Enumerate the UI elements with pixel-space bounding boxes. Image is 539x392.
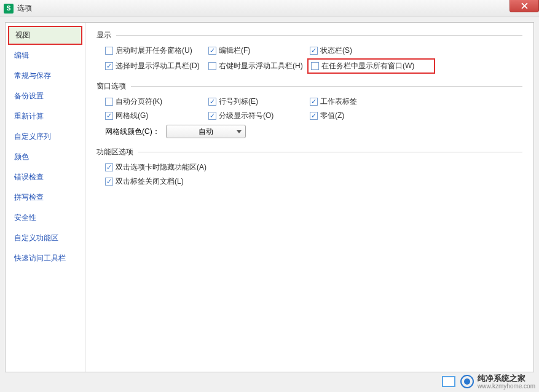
section-legend: 功能区选项 bbox=[96, 147, 138, 157]
checkbox[interactable] bbox=[310, 112, 318, 120]
section-legend: 显示 bbox=[96, 30, 116, 41]
checkbox[interactable] bbox=[208, 112, 216, 120]
section-ribbon: 功能区选项 双击选项卡时隐藏功能区(A)双击标签关闭文档(L) bbox=[96, 147, 522, 187]
option-label: 零值(Z) bbox=[320, 111, 344, 121]
option-label: 分级显示符号(O) bbox=[219, 111, 273, 121]
titlebar: S 选项 bbox=[0, 0, 539, 17]
checkbox[interactable] bbox=[208, 47, 216, 55]
option-label: 行号列标(E) bbox=[219, 96, 258, 107]
gridcolor-dropdown[interactable]: 自动 bbox=[166, 125, 246, 138]
main-panel: 显示 启动时展开任务窗格(U)编辑栏(F)状态栏(S)选择时显示浮动工具栏(D)… bbox=[85, 23, 533, 372]
option-label: 右键时显示浮动工具栏(H) bbox=[219, 61, 303, 71]
checkbox[interactable] bbox=[208, 98, 216, 106]
window-body: 视图编辑常规与保存备份设置重新计算自定义序列颜色错误检查拼写检查安全性自定义功能… bbox=[5, 22, 534, 372]
close-button[interactable] bbox=[509, 0, 539, 12]
sidebar-item-1[interactable]: 编辑 bbox=[6, 45, 85, 66]
checkbox[interactable] bbox=[311, 62, 319, 70]
option-windowopt-opts-3[interactable]: 网格线(G) bbox=[105, 111, 208, 121]
checkbox[interactable] bbox=[105, 62, 113, 70]
option-display-opts-4[interactable]: 右键时显示浮动工具栏(H) bbox=[208, 60, 310, 73]
checkbox[interactable] bbox=[105, 112, 113, 120]
app-icon: S bbox=[4, 4, 14, 14]
sidebar-item-11[interactable]: 快速访问工具栏 bbox=[6, 248, 85, 269]
option-windowopt-opts-2[interactable]: 工作表标签 bbox=[310, 96, 433, 107]
option-display-opts-2[interactable]: 状态栏(S) bbox=[310, 45, 433, 56]
option-label: 编辑栏(F) bbox=[219, 45, 250, 56]
option-ribbon-opts-1[interactable]: 双击标签关闭文档(L) bbox=[105, 176, 522, 187]
window-title: 选项 bbox=[17, 3, 32, 14]
option-label: 网格线(G) bbox=[116, 111, 148, 121]
option-label: 双击选项卡时隐藏功能区(A) bbox=[116, 162, 207, 173]
option-display-opts-1[interactable]: 编辑栏(F) bbox=[208, 45, 310, 56]
section-window-options: 窗口选项 自动分页符(K)行号列标(E)工作表标签网格线(G)分级显示符号(O)… bbox=[96, 81, 522, 138]
option-display-opts-3[interactable]: 选择时显示浮动工具栏(D) bbox=[105, 60, 208, 73]
option-label: 状态栏(S) bbox=[320, 45, 352, 56]
option-label: 启动时展开任务窗格(U) bbox=[116, 45, 192, 56]
decoration-box bbox=[442, 376, 455, 387]
option-label: 在任务栏中显示所有窗口(W) bbox=[321, 61, 414, 71]
section-display: 显示 启动时展开任务窗格(U)编辑栏(F)状态栏(S)选择时显示浮动工具栏(D)… bbox=[96, 30, 522, 73]
close-icon bbox=[521, 2, 528, 9]
option-display-opts-5[interactable]: 在任务栏中显示所有窗口(W) bbox=[307, 58, 435, 74]
checkbox[interactable] bbox=[310, 47, 318, 55]
option-windowopt-opts-0[interactable]: 自动分页符(K) bbox=[105, 96, 208, 107]
sidebar-item-2[interactable]: 常规与保存 bbox=[6, 66, 85, 86]
checkbox[interactable] bbox=[105, 178, 113, 186]
checkbox[interactable] bbox=[105, 163, 113, 171]
checkbox[interactable] bbox=[105, 47, 113, 55]
logo-icon bbox=[460, 375, 474, 388]
sidebar-item-8[interactable]: 拼写检查 bbox=[6, 187, 85, 208]
option-label: 双击标签关闭文档(L) bbox=[116, 176, 184, 187]
dropdown-value: 自动 bbox=[167, 127, 245, 137]
sidebar-item-9[interactable]: 安全性 bbox=[6, 208, 85, 228]
sidebar-item-3[interactable]: 备份设置 bbox=[6, 86, 85, 106]
sidebar-item-5[interactable]: 自定义序列 bbox=[6, 127, 85, 147]
section-legend: 窗口选项 bbox=[96, 81, 131, 92]
option-label: 选择时显示浮动工具栏(D) bbox=[116, 61, 200, 71]
sidebar-item-10[interactable]: 自定义功能区 bbox=[6, 228, 85, 248]
option-ribbon-opts-0[interactable]: 双击选项卡时隐藏功能区(A) bbox=[105, 162, 522, 173]
option-windowopt-opts-1[interactable]: 行号列标(E) bbox=[208, 96, 310, 107]
option-windowopt-opts-4[interactable]: 分级显示符号(O) bbox=[208, 111, 310, 121]
checkbox[interactable] bbox=[208, 62, 216, 70]
option-display-opts-0[interactable]: 启动时展开任务窗格(U) bbox=[105, 45, 208, 56]
option-windowopt-opts-5[interactable]: 零值(Z) bbox=[310, 111, 433, 121]
chevron-down-icon bbox=[237, 130, 242, 133]
option-label: 工作表标签 bbox=[320, 96, 357, 107]
sidebar: 视图编辑常规与保存备份设置重新计算自定义序列颜色错误检查拼写检查安全性自定义功能… bbox=[6, 23, 85, 372]
watermark-url: www.kzmyhome.com bbox=[478, 383, 535, 390]
checkbox[interactable] bbox=[105, 98, 113, 106]
sidebar-item-6[interactable]: 颜色 bbox=[6, 147, 85, 167]
checkbox[interactable] bbox=[310, 98, 318, 106]
sidebar-item-7[interactable]: 错误检查 bbox=[6, 167, 85, 187]
sidebar-item-4[interactable]: 重新计算 bbox=[6, 106, 85, 127]
watermark: 纯净系统之家 www.kzmyhome.com bbox=[460, 373, 535, 390]
option-label: 自动分页符(K) bbox=[116, 96, 162, 107]
gridcolor-label: 网格线颜色(C)： bbox=[105, 127, 160, 137]
sidebar-item-0[interactable]: 视图 bbox=[8, 26, 82, 45]
